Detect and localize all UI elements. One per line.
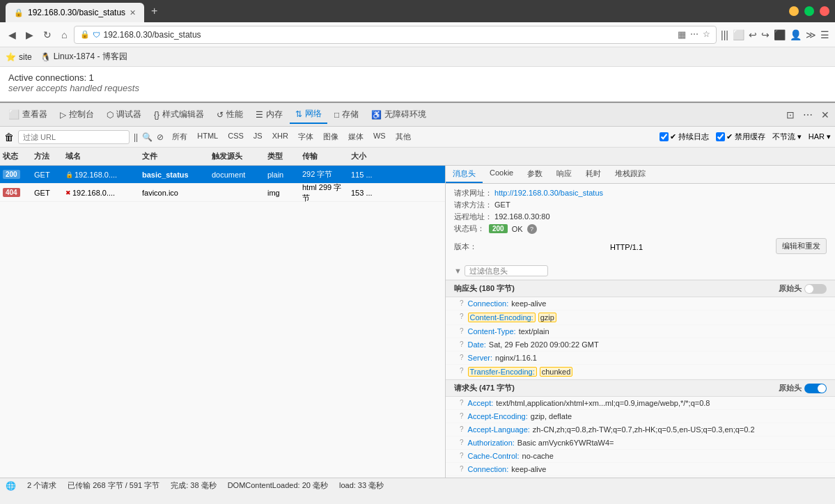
chevron-right-icon[interactable]: ≫	[806, 29, 816, 40]
filter-js[interactable]: JS	[249, 130, 267, 143]
home-button[interactable]: ⌂	[58, 28, 70, 42]
col-header-status[interactable]: 状态	[0, 151, 31, 162]
filter-fonts[interactable]: 字体	[294, 130, 318, 143]
devtools-tab-memory[interactable]: ☰ 内存	[250, 106, 288, 123]
status-bar: 🌐 2 个请求 已传输 268 字节 / 591 字节 完成: 38 毫秒 DO…	[0, 478, 835, 493]
screenshot-icon[interactable]: ⬛	[774, 29, 786, 40]
library-icon[interactable]: |||	[721, 29, 728, 40]
req-tab-stack[interactable]: 堆栈跟踪	[608, 166, 653, 183]
help-icon-accept-language[interactable]: ?	[460, 425, 464, 433]
dock-button[interactable]: ⊡	[783, 108, 797, 122]
throttle-option[interactable]: 不节流 ▾	[772, 132, 802, 142]
menu-icon[interactable]: ☰	[820, 29, 829, 40]
disable-cache-option[interactable]: ✔ 禁用缓存	[716, 132, 765, 142]
col-header-transfer[interactable]: 传输	[299, 151, 348, 162]
disable-cache-checkbox[interactable]	[716, 132, 725, 141]
network-row-2[interactable]: 404 GET ✖ 192.168.0.... favicon.ico img …	[0, 184, 445, 202]
bookmark-icon[interactable]: ☆	[703, 29, 710, 40]
back2-icon[interactable]: ↩	[749, 29, 757, 40]
maximize-btn[interactable]	[804, 6, 814, 16]
req-tab-timings[interactable]: 耗时	[579, 166, 608, 183]
col-header-trigger[interactable]: 触发源头	[209, 151, 265, 162]
raw-toggle-response[interactable]: 原始头	[779, 283, 827, 294]
col-header-method[interactable]: 方法	[31, 151, 63, 162]
request-headers-section[interactable]: 请求头 (471 字节) 原始头	[446, 379, 835, 397]
close-btn[interactable]	[820, 6, 829, 16]
req-tab-messages[interactable]: 消息头	[446, 166, 483, 183]
sidebar-icon[interactable]: ⬜	[733, 29, 744, 40]
filter-media[interactable]: 媒体	[344, 130, 368, 143]
persist-log-option[interactable]: ✔ 持续日志	[660, 132, 709, 142]
filter-css[interactable]: CSS	[224, 130, 248, 143]
forward2-icon[interactable]: ↪	[761, 29, 770, 40]
response-header-list: ? Connection: keep-alive ? Content-Encod…	[446, 297, 835, 379]
filter-html[interactable]: HTML	[193, 130, 222, 143]
back-button[interactable]: ◀	[6, 28, 19, 42]
response-headers-section[interactable]: 响应头 (180 字节) 原始头	[446, 280, 835, 297]
row2-status-badge: 404	[3, 188, 20, 197]
request-details-panel: 消息头 Cookie 参数 响应 耗时 堆栈跟踪 请求网址： http://19…	[446, 166, 835, 478]
devtools-tab-style-editor[interactable]: {} 样式编辑器	[148, 106, 210, 123]
tab-close-btn[interactable]: ✕	[130, 8, 136, 17]
col-header-domain[interactable]: 域名	[63, 151, 139, 162]
col-header-size[interactable]: 大小	[348, 151, 383, 162]
help-icon-connection[interactable]: ?	[460, 299, 464, 307]
col-header-file[interactable]: 文件	[139, 151, 209, 162]
help-icon-transfer-encoding[interactable]: ?	[460, 367, 464, 375]
minimize-btn[interactable]	[789, 6, 799, 16]
avatar-icon[interactable]: 👤	[790, 29, 802, 40]
devtools-tab-storage[interactable]: □ 存储	[329, 106, 364, 123]
bookmark-linux-blog[interactable]: 🐧 Linux-1874 - 博客园	[40, 51, 127, 63]
filter-xhr[interactable]: XHR	[268, 130, 292, 143]
filter-other[interactable]: 其他	[391, 130, 415, 143]
help-icon-cache-control[interactable]: ?	[460, 452, 464, 459]
devtools-tab-performance[interactable]: ↺ 性能	[211, 106, 249, 123]
status-help-icon[interactable]: ?	[527, 224, 537, 234]
more-tools-button[interactable]: ⋯	[800, 108, 816, 122]
filter-ws[interactable]: WS	[369, 130, 390, 143]
devtools-tab-inspect[interactable]: ⬜ 查看器	[3, 106, 53, 123]
bookmark-site[interactable]: ⭐ site	[6, 52, 32, 62]
req-tab-cookie[interactable]: Cookie	[483, 166, 520, 183]
devtools-tab-debugger[interactable]: ⬡ 调试器	[101, 106, 147, 123]
help-icon-date[interactable]: ?	[460, 340, 464, 348]
devtools-close-button[interactable]: ✕	[818, 108, 832, 122]
devtools-tab-network[interactable]: ⇅ 网络	[290, 105, 327, 124]
lock-icon: 🔒	[80, 30, 90, 39]
req-tab-params[interactable]: 参数	[520, 166, 549, 183]
raw-toggle-request[interactable]: 原始头	[779, 383, 827, 393]
pause-icon[interactable]: ||	[134, 132, 138, 142]
qr-icon[interactable]: ▦	[678, 29, 686, 40]
har-option[interactable]: HAR ▾	[809, 132, 831, 141]
raw-toggle-switch-request[interactable]	[804, 384, 827, 393]
edit-resend-button[interactable]: 编辑和重发	[776, 238, 827, 254]
network-row-1[interactable]: 200 GET 🔒 192.168.0.... basic_status doc…	[0, 166, 445, 184]
new-tab-button[interactable]: +	[147, 3, 162, 19]
col-header-type[interactable]: 类型	[265, 151, 299, 162]
url-filter-input[interactable]	[18, 130, 130, 144]
search-network-icon[interactable]: 🔍	[142, 132, 153, 142]
active-tab[interactable]: 🔒 192.168.0.30/basic_status ✕	[6, 3, 144, 22]
devtools-tab-console[interactable]: ▷ 控制台	[54, 106, 100, 123]
persist-log-checkbox[interactable]	[660, 132, 669, 141]
tab-title: 192.168.0.30/basic_status	[28, 8, 125, 17]
refresh-button[interactable]: ↻	[40, 28, 54, 42]
filter-images[interactable]: 图像	[319, 130, 343, 143]
clear-icon[interactable]: 🗑	[4, 132, 14, 143]
forward-button[interactable]: ▶	[23, 28, 36, 42]
help-icon-content-encoding[interactable]: ?	[460, 313, 464, 320]
more-icon[interactable]: ⋯	[690, 29, 699, 40]
raw-toggle-switch-response[interactable]	[804, 284, 827, 294]
help-icon-accept-encoding[interactable]: ?	[460, 412, 464, 420]
filter-headers-input[interactable]	[465, 265, 548, 276]
filter-all[interactable]: 所有	[168, 130, 192, 143]
help-icon-accept[interactable]: ?	[460, 399, 464, 407]
devtools-tab-accessibility[interactable]: ♿ 无障碍环境	[366, 106, 432, 123]
help-icon-authorization[interactable]: ?	[460, 439, 464, 446]
help-icon-req-connection[interactable]: ?	[460, 465, 464, 473]
help-icon-content-type[interactable]: ?	[460, 327, 464, 335]
address-bar[interactable]: 🔒 🛡 192.168.0.30/basic_status ▦ ⋯ ☆	[74, 26, 717, 44]
block-icon[interactable]: ⊘	[157, 132, 164, 142]
help-icon-server[interactable]: ?	[460, 354, 464, 361]
req-tab-response[interactable]: 响应	[549, 166, 579, 183]
